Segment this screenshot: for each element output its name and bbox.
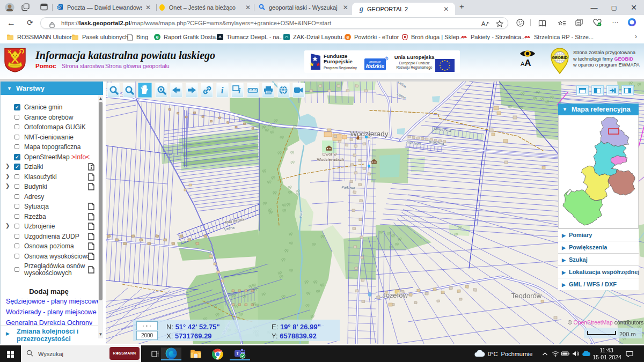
svg-text:Unia Europejska: Unia Europejska (394, 54, 435, 60)
svg-text:Europejskie: Europejskie (324, 58, 353, 64)
svg-text:Parkowa: Parkowa (341, 185, 355, 189)
svg-text:Program Regionalny: Program Regionalny (324, 66, 357, 70)
svg-text:200 m: 200 m (619, 331, 636, 337)
svg-text:e: e (156, 34, 158, 40)
svg-text:A: A (481, 20, 486, 27)
svg-text:Dwór w: Dwór w (323, 152, 337, 157)
svg-text:Józefów: Józefów (382, 291, 408, 299)
svg-text:i: i (238, 86, 241, 95)
svg-text:T: T (236, 351, 239, 356)
svg-text:Rozwoju Regionalnego: Rozwoju Regionalnego (397, 65, 433, 70)
svg-text:Wodzierady: Wodzierady (350, 130, 388, 138)
svg-text:i: i (221, 85, 224, 95)
svg-text:O: O (57, 5, 61, 10)
svg-text:GEOBID: GEOBID (552, 55, 568, 60)
svg-text:e: e (346, 34, 349, 40)
svg-text:Pisia: Pisia (299, 210, 303, 218)
svg-text:Wodzieradach: Wodzieradach (317, 157, 345, 162)
svg-text:łódzkie: łódzkie (366, 63, 384, 69)
svg-text:Teodorów: Teodorów (511, 292, 542, 300)
svg-text:Europejski Fundusz: Europejski Fundusz (399, 61, 429, 65)
